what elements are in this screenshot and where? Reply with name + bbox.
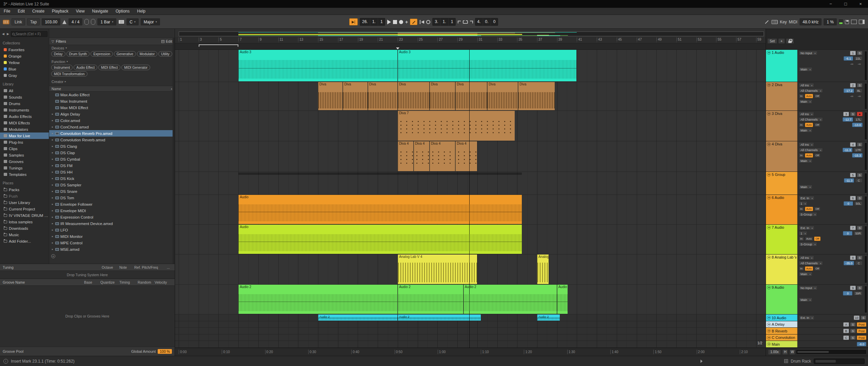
track-lane-3-diva[interactable]: Diva 7 (175, 111, 766, 141)
track-lane-2-diva[interactable]: DivaDivaDivaDivaDivaDivaDivaDiva (175, 82, 766, 111)
fold-arrow-icon[interactable] (767, 329, 771, 333)
track-name-cell-2-diva[interactable]: 2 Diva (766, 82, 797, 110)
crosshair-icon[interactable]: + (778, 38, 785, 44)
clip-2-diva[interactable]: Diva (318, 82, 342, 110)
close-button[interactable]: × (853, 0, 868, 8)
solo-button[interactable]: S (857, 173, 863, 177)
expand-arrow-icon[interactable]: ▸ (51, 151, 54, 154)
output-select[interactable]: S-Group (799, 242, 817, 246)
back-arrow-icon[interactable]: ◀ (1, 32, 5, 36)
sidebar-item-all[interactable]: All (0, 87, 49, 94)
fold-arrow-icon[interactable] (767, 142, 771, 146)
menu-navigate[interactable]: Navigate (88, 8, 112, 15)
solo-button[interactable]: S (857, 256, 863, 260)
tap-tempo-button[interactable]: Tap (27, 18, 40, 25)
post-toggle[interactable]: Post (857, 322, 866, 327)
monitor-off-button[interactable]: Off (814, 153, 821, 158)
fold-arrow-icon[interactable] (767, 83, 771, 87)
quantization-select[interactable]: 1 Bar (97, 18, 116, 25)
solo-button[interactable]: S (850, 336, 856, 340)
automation-arm-button[interactable] (410, 19, 417, 25)
name-column-header[interactable]: Name ▴ (49, 86, 175, 92)
filter-tag-midi-generator[interactable]: MIDI Generator (121, 65, 150, 70)
monitor-in-button[interactable]: In (799, 94, 804, 98)
volume-value[interactable]: -12.7 (843, 117, 853, 122)
menu-options[interactable]: Options (112, 8, 133, 15)
expand-arrow-icon[interactable]: ▸ (51, 132, 54, 135)
monitor-off-button[interactable]: Off (814, 266, 821, 271)
browser-item-expression-control[interactable]: ▸Expression Control (49, 214, 175, 220)
clip-2-diva[interactable]: Diva (398, 82, 429, 110)
volume-value[interactable]: -35.0 (844, 261, 854, 265)
sidebar-item-plug-ins[interactable]: Plug-Ins (0, 139, 49, 145)
clip-1-audio[interactable]: Audio 3 (398, 50, 577, 81)
monitor-off-button[interactable]: Off (814, 207, 821, 211)
computer-midi-keyboard-icon[interactable] (771, 20, 778, 24)
sidebar-item-user-library[interactable]: User Library (0, 199, 49, 206)
browser-item-ds-snare[interactable]: ▸DS Snare (49, 188, 175, 195)
pan-value[interactable]: 8L (855, 88, 863, 93)
browser-item-max-audio-effect[interactable]: Max Audio Effect (49, 92, 175, 98)
clip-8-analog-lab-v[interactable]: Analog Lab V 4 (398, 255, 477, 284)
loop-length-bars[interactable]: 4. (475, 18, 483, 25)
clip-3-diva[interactable]: Diva 7 (398, 111, 515, 141)
sidebar-item-push[interactable]: Push (0, 193, 49, 199)
sidebar-item-audio-effects[interactable]: Audio Effects (0, 113, 49, 120)
send-value[interactable]: -∞ (856, 94, 863, 98)
clip-2-diva[interactable]: Diva (455, 82, 487, 110)
sidebar-item-gray[interactable]: Gray (0, 72, 49, 79)
sidebar-item-sounds[interactable]: Sounds (0, 94, 49, 100)
clip-8-analog-lab-v[interactable]: Analog (537, 255, 549, 284)
track-name-cell-8-analog-lab-v[interactable]: 8 Analog Lab V (766, 255, 797, 284)
fold-arrow-icon[interactable] (767, 256, 771, 259)
expand-arrow-icon[interactable]: ▸ (51, 113, 54, 116)
browser-item-ds-clap[interactable]: ▸DS Clap (49, 149, 175, 156)
search-box[interactable] (11, 31, 47, 37)
monitor-in-button[interactable]: In (799, 153, 804, 158)
track-lane-10-audio[interactable]: Audio 2Audio 2Audio 2 (175, 314, 766, 321)
fold-arrow-icon[interactable] (767, 316, 771, 320)
browser-item-conchord-amxd[interactable]: ▸ConChord.amxd (49, 124, 175, 130)
track-lane-c-convolution[interactable] (175, 334, 766, 341)
solo-button[interactable]: S (850, 322, 856, 327)
output-select[interactable]: Main (799, 185, 812, 189)
clip-2-diva[interactable]: Diva (368, 82, 397, 110)
solo-button[interactable]: S (857, 286, 863, 290)
punch-out-icon[interactable] (470, 21, 473, 23)
filter-tag-generative[interactable]: Generative (114, 51, 136, 57)
browser-item-ds-tom[interactable]: ▸DS Tom (49, 195, 175, 201)
overdub-icon[interactable]: + (405, 19, 408, 24)
track-name-cell-10-audio[interactable]: 10 Audio (766, 314, 797, 321)
forward-arrow-icon[interactable]: ▶ (6, 32, 10, 36)
sidebar-item-music[interactable]: Music (0, 231, 49, 238)
menu-edit[interactable]: Edit (14, 8, 28, 15)
time-signature-field[interactable]: 4 / 4 (68, 18, 82, 25)
sidebar-item-samples[interactable]: Samples (0, 152, 49, 158)
filter-tag-midi-effect[interactable]: MIDI Effect (98, 65, 120, 70)
time-ruler[interactable]: 0:000:100:200:300:400:501:001:101:201:30… (175, 348, 766, 356)
sidebar-item-yellow[interactable]: Yellow (0, 59, 49, 66)
pan-value[interactable]: 17L (854, 117, 863, 122)
groove-drop-zone[interactable]: Drop Clips or Grooves Here (0, 286, 175, 347)
scrollbar-handle[interactable] (797, 351, 828, 353)
solo-button[interactable]: S (857, 83, 863, 87)
solo-button[interactable]: S (857, 226, 863, 230)
insert-marker-icon[interactable] (396, 47, 399, 49)
sidebar-item-max-for-live[interactable]: Max for Live (0, 133, 49, 139)
track-name-cell-3-diva[interactable]: 3 Diva (766, 111, 797, 141)
expand-arrow-icon[interactable]: ▸ (51, 196, 54, 199)
session-record-button[interactable] (426, 20, 430, 24)
expand-arrow-icon[interactable]: ▸ (51, 235, 54, 238)
output-select[interactable]: Main (799, 67, 812, 72)
browser-item-lfo[interactable]: ▸LFO (49, 227, 175, 233)
send-value[interactable]: -∞ (848, 94, 855, 98)
track-name-cell-5-group[interactable]: 5 Group (766, 172, 797, 195)
expand-arrow-icon[interactable]: ▸ (51, 190, 54, 193)
output-select[interactable]: Main (799, 128, 812, 133)
monitor-auto-button[interactable]: Auto (805, 153, 813, 158)
browser-item-ds-fm[interactable]: ▸DS FM (49, 162, 175, 169)
browser-item-envelope-follower[interactable]: ▸Envelope Follower (49, 201, 175, 207)
send-value[interactable]: -15.3 (852, 153, 863, 158)
minimize-button[interactable]: − (823, 0, 838, 8)
group-summary-clip[interactable] (238, 172, 522, 175)
